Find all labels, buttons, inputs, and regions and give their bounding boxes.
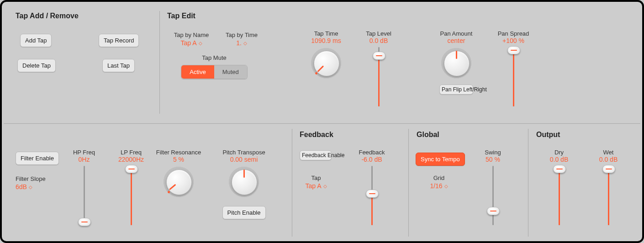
tap-by-name-select[interactable]: Tap A [180, 39, 202, 47]
filter-enable-button[interactable]: Filter Enable [16, 152, 59, 165]
wet-slider[interactable] [602, 166, 615, 225]
pitch-transpose-value: 0.00 semi [230, 156, 258, 163]
tap-by-time-value: 1. [236, 39, 242, 47]
dry-control: Dry 0.0 dB [541, 149, 577, 225]
tap-by-time-label: Tap by Time [226, 32, 258, 38]
tap-add-remove-title: Tap Add / Remove [16, 12, 79, 20]
filter-slope-group: Filter Slope 6dB [16, 175, 57, 190]
pitch-transpose-control: Pitch Transpose 0.00 semi Pitch Enable [219, 149, 269, 219]
filter-resonance-knob[interactable] [163, 166, 195, 198]
feedback-tap-value: Tap A [305, 182, 321, 190]
tap-level-slider[interactable] [372, 47, 385, 106]
pan-amount-control: Pan Amount center Pan Flip Left/Right [436, 30, 477, 95]
feedback-enable-button[interactable]: Feedback Enable [300, 150, 332, 160]
grid-label: Grid [433, 174, 445, 181]
pan-spread-label: Pan Spread [498, 30, 529, 37]
stepper-icon [323, 184, 327, 189]
tap-mute-segment[interactable]: Active Muted [181, 65, 248, 79]
dry-label: Dry [554, 149, 564, 156]
feedback-amount-value: -6.0 dB [361, 156, 382, 163]
tap-time-control: Tap Time 1090.9 ms [306, 30, 347, 79]
lp-freq-value: 22000Hz [118, 156, 144, 163]
feedback-amount-control: Feedback -6.0 dB [351, 149, 392, 225]
tap-by-name: Tap by Name Tap A [171, 32, 212, 47]
grid-value: 1/16 [430, 182, 442, 190]
add-tap-button[interactable]: Add Tap [20, 34, 52, 47]
filter-slope-label: Filter Slope [16, 175, 46, 182]
grid-group: Grid 1/16 [418, 174, 459, 190]
tap-by-time: Tap by Time 1. [221, 32, 262, 47]
divider [159, 11, 160, 114]
hp-freq-value: 0Hz [79, 156, 90, 163]
pan-amount-value: center [448, 37, 465, 44]
swing-slider[interactable] [486, 166, 499, 225]
lp-freq-control: LP Freq 22000Hz [111, 149, 152, 225]
stepper-icon [444, 184, 448, 189]
tap-time-knob[interactable] [310, 47, 342, 79]
grid-select[interactable]: 1/16 [430, 182, 448, 190]
feedback-tap-label: Tap [311, 174, 321, 181]
divider [4, 123, 640, 124]
feedback-slider[interactable] [365, 166, 378, 225]
feedback-tap-select[interactable]: Tap A [305, 182, 327, 190]
divider [528, 129, 528, 237]
tap-level-control: Tap Level 0.0 dB [363, 30, 395, 106]
feedback-tap-group: Tap Tap A [298, 174, 334, 190]
sync-to-tempo-button[interactable]: Sync to Tempo [416, 153, 465, 166]
lp-freq-slider[interactable] [125, 166, 137, 225]
filter-slope-select[interactable]: 6dB [16, 183, 32, 190]
lp-freq-label: LP Freq [121, 149, 142, 156]
hp-freq-control: HP Freq 0Hz [66, 149, 102, 225]
dry-slider[interactable] [553, 166, 565, 225]
tap-level-value: 0.0 dB [370, 37, 388, 44]
stepper-icon [243, 41, 247, 46]
pan-amount-label: Pan Amount [440, 30, 473, 37]
output-title: Output [536, 131, 560, 139]
tap-by-name-label: Tap by Name [174, 32, 209, 38]
tap-mute-active[interactable]: Active [181, 65, 214, 79]
swing-control: Swing 50 % [472, 149, 513, 225]
tap-level-label: Tap Level [366, 30, 391, 37]
feedback-title: Feedback [300, 131, 333, 139]
pan-spread-slider[interactable] [507, 47, 520, 106]
wet-value: 0.0 dB [599, 156, 618, 163]
plugin-window: Tap Add / Remove Add Tap Tap Record Dele… [0, 0, 644, 243]
tap-time-value: 1090.9 ms [311, 37, 341, 44]
tap-by-name-value: Tap A [180, 39, 196, 47]
delete-tap-button[interactable]: Delete Tap [17, 59, 56, 72]
stepper-icon [199, 41, 202, 46]
hp-freq-label: HP Freq [73, 149, 95, 156]
tap-time-label: Tap Time [314, 30, 338, 37]
tap-mute-group: Tap Mute Active Muted [180, 54, 248, 79]
pitch-enable-button[interactable]: Pitch Enable [222, 206, 266, 219]
swing-label: Swing [485, 149, 501, 156]
filter-resonance-value: 5 % [173, 156, 184, 163]
tap-edit-title: Tap Edit [167, 12, 195, 20]
feedback-amount-label: Feedback [359, 149, 385, 156]
wet-label: Wet [603, 149, 614, 156]
pan-flip-button[interactable]: Pan Flip Left/Right [439, 85, 473, 95]
swing-value: 50 % [486, 156, 500, 163]
hp-freq-slider[interactable] [78, 166, 90, 225]
pan-spread-control: Pan Spread +100 % [493, 30, 534, 106]
filter-resonance-control: Filter Resonance 5 % [153, 149, 204, 198]
pitch-transpose-label: Pitch Transpose [222, 149, 265, 156]
tap-record-button[interactable]: Tap Record [99, 34, 139, 47]
stepper-icon [29, 185, 32, 190]
tap-by-time-select[interactable]: 1. [236, 39, 247, 47]
filter-resonance-label: Filter Resonance [156, 149, 201, 156]
tap-mute-label: Tap Mute [202, 54, 226, 61]
pan-spread-value: +100 % [502, 37, 524, 44]
pitch-transpose-knob[interactable] [228, 166, 260, 198]
last-tap-button[interactable]: Last Tap [102, 59, 135, 72]
tap-add-remove-section: Tap Add / Remove [16, 12, 79, 20]
wet-control: Wet 0.0 dB [590, 149, 627, 225]
divider [408, 129, 409, 237]
tap-mute-muted[interactable]: Muted [214, 65, 247, 79]
filter-slope-value: 6dB [16, 183, 27, 190]
pan-amount-knob[interactable] [440, 47, 472, 79]
divider [292, 129, 292, 237]
dry-value: 0.0 dB [550, 156, 568, 163]
global-title: Global [417, 131, 439, 139]
